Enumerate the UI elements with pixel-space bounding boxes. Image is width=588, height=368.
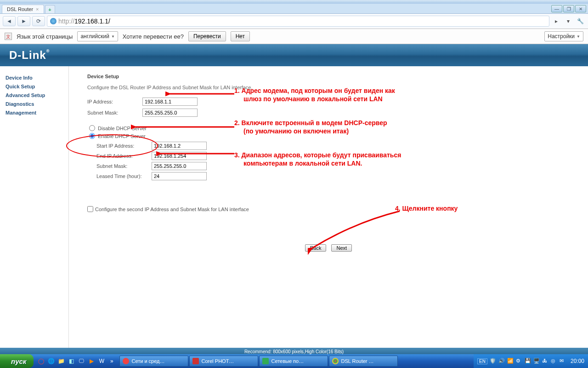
leased-time-label: Leased Time (hour): xyxy=(96,173,152,179)
sidebar-item-device-info[interactable]: Device Info xyxy=(6,74,63,82)
ip-address-input[interactable] xyxy=(142,98,198,106)
disable-dhcp-input[interactable] xyxy=(89,125,95,131)
ql-media-icon[interactable]: ▶ xyxy=(87,356,96,366)
second-ip-checkbox[interactable] xyxy=(87,206,93,212)
quick-launch: ◯ 🌐 📁 ◧ 🖵 ▶ W » xyxy=(34,356,119,366)
system-tray: EN 🛡️ 🔊 📶 ⚙ 💾 🖥️ 🖧 ◎ ✉ 20:00 xyxy=(474,354,588,368)
back-button-router[interactable]: Back xyxy=(305,244,326,252)
ip-address-label: IP Address: xyxy=(87,99,142,104)
tray-icon-9[interactable]: ✉ xyxy=(560,358,566,364)
tray-icon-2[interactable]: 🔊 xyxy=(498,358,505,364)
reload-button[interactable]: ⟳ xyxy=(32,16,45,26)
tray-icon-3[interactable]: 📶 xyxy=(507,358,514,364)
annotation-2: 2. Включите встроенный в модем DHCP-серв… xyxy=(234,119,387,135)
ql-chrome-icon[interactable]: 🌐 xyxy=(46,356,56,366)
ql-explorer-icon[interactable]: 📁 xyxy=(57,356,66,366)
task-item-2[interactable]: Corel PHOT… xyxy=(189,356,258,367)
ql-app-icon[interactable]: ◧ xyxy=(67,356,76,366)
back-button[interactable]: ◄ xyxy=(3,16,16,26)
dlink-header: D-Link xyxy=(0,44,588,66)
tab-dsl-router[interactable]: DSL Router × xyxy=(2,5,44,13)
start-ip-input[interactable] xyxy=(152,142,207,150)
sidebar-item-quick-setup[interactable]: Quick Setup xyxy=(6,82,63,91)
start-ip-label: Start IP Address: xyxy=(96,143,152,149)
url-text: http://192.168.1.1/ xyxy=(58,17,110,25)
tray-icon-8[interactable]: ◎ xyxy=(551,358,557,364)
disable-dhcp-label: Disable DHCP Server xyxy=(98,126,147,131)
second-ip-checkbox-row[interactable]: Configure the second IP Address and Subn… xyxy=(87,206,570,212)
sidebar-item-advanced-setup[interactable]: Advanced Setup xyxy=(6,91,63,100)
annotation-3: 3. Диапазон адресов, которые будут присв… xyxy=(234,151,401,167)
ql-word-icon[interactable]: W xyxy=(97,356,106,366)
subnet-mask-input[interactable] xyxy=(142,109,198,117)
maximize-button[interactable]: ❐ xyxy=(563,5,574,12)
globe-icon xyxy=(50,18,57,24)
language-indicator[interactable]: EN xyxy=(477,358,487,364)
enable-dhcp-label: Enable DHCP Server xyxy=(98,133,146,139)
end-ip-label: End IP Address: xyxy=(96,153,152,159)
translate-button[interactable]: Перевести xyxy=(188,31,226,41)
tray-icon-1[interactable]: 🛡️ xyxy=(490,358,496,364)
start-button[interactable]: пуск xyxy=(0,354,34,368)
dhcp-mask-label: Subnet Mask: xyxy=(96,163,152,169)
sidebar-item-diagnostics[interactable]: Diagnostics xyxy=(6,100,63,109)
no-button[interactable]: Нет xyxy=(231,31,250,41)
sidebar-item-management[interactable]: Management xyxy=(6,109,63,117)
tray-icon-5[interactable]: 💾 xyxy=(525,358,531,364)
translate-settings[interactable]: Настройки xyxy=(544,31,583,41)
task-item-1[interactable]: Сети и сред… xyxy=(119,356,188,367)
tray-icon-4[interactable]: ⚙ xyxy=(516,358,522,364)
tray-icon-7[interactable]: 🖧 xyxy=(542,358,548,364)
clock[interactable]: 20:00 xyxy=(568,358,584,364)
page-menu-button[interactable]: ▾ xyxy=(563,16,573,26)
main-content: Device Setup Configure the DSL Router IP… xyxy=(69,66,588,348)
new-tab-button[interactable]: + xyxy=(45,5,55,13)
end-ip-input[interactable] xyxy=(152,152,207,160)
tray-icon-6[interactable]: 🖥️ xyxy=(533,358,540,364)
translate-bar: Язык этой страницы английский Хотите пер… xyxy=(0,29,588,44)
sidebar: Device Info Quick Setup Advanced Setup D… xyxy=(0,66,69,348)
minimize-button[interactable]: — xyxy=(551,5,562,12)
taskbar: пуск ◯ 🌐 📁 ◧ 🖵 ▶ W » Сети и сред… Corel … xyxy=(0,354,588,368)
address-bar[interactable]: http://192.168.1.1/ xyxy=(47,16,549,27)
translate-icon xyxy=(5,33,12,40)
go-button[interactable]: ▸ xyxy=(551,16,561,26)
leased-time-input[interactable] xyxy=(152,172,207,180)
forward-button[interactable]: ► xyxy=(17,16,30,26)
wrench-icon[interactable]: 🔧 xyxy=(575,16,585,26)
browser-toolbar: ◄ ► ⟳ http://192.168.1.1/ ▸ ▾ 🔧 xyxy=(0,14,588,29)
ql-desktop-icon[interactable]: 🖵 xyxy=(77,356,86,366)
enable-dhcp-input[interactable] xyxy=(89,133,95,139)
dhcp-mask-input[interactable] xyxy=(152,162,207,170)
language-select[interactable]: английский xyxy=(77,31,118,41)
close-window-button[interactable]: ✕ xyxy=(575,5,586,12)
close-icon[interactable]: × xyxy=(36,6,39,12)
second-ip-label: Configure the second IP Address and Subn… xyxy=(95,207,249,212)
subnet-mask-label: Subnet Mask: xyxy=(87,110,142,115)
task-item-4[interactable]: DSL Router … xyxy=(329,356,398,367)
ql-opera-icon[interactable]: ◯ xyxy=(36,356,45,366)
page-title: Device Setup xyxy=(87,74,570,79)
ql-chevron-icon[interactable]: » xyxy=(107,356,116,366)
dlink-logo: D-Link xyxy=(9,49,50,62)
arrow-1-icon xyxy=(165,89,239,98)
annotation-4: 4. Щелкните кнопку xyxy=(395,204,458,213)
tab-title: DSL Router xyxy=(7,6,33,12)
translate-prompt-1: Язык этой страницы xyxy=(17,33,73,40)
task-item-3[interactable]: Сетевые по… xyxy=(259,356,328,367)
tab-row: DSL Router × + — ❐ ✕ xyxy=(0,4,588,14)
next-button[interactable]: Next xyxy=(331,244,352,252)
annotation-1: 1. Адрес модема, под которым он будет ви… xyxy=(234,86,395,103)
translate-prompt-2: Хотите перевести ее? xyxy=(123,33,184,40)
